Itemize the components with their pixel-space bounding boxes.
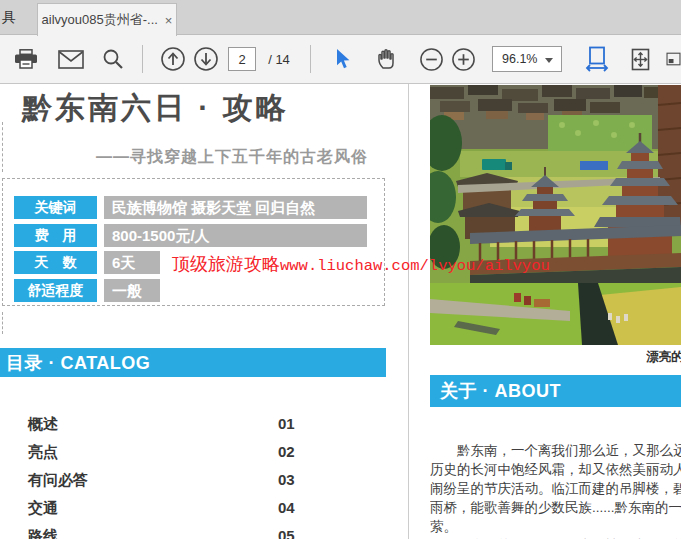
fit-page-button[interactable] — [626, 35, 654, 83]
hand-tool-button[interactable] — [373, 35, 401, 83]
column-divider — [408, 84, 409, 539]
info-value: 800-1500元/人 — [104, 224, 367, 247]
about-line: 萦。 — [430, 517, 681, 536]
print-icon — [14, 49, 38, 69]
zoom-level-dropdown[interactable]: 96.1% — [490, 35, 564, 83]
dashed-border-fragment — [2, 312, 3, 334]
document-page: 黔东南六日 · 攻略 ——寻找穿越上下五千年的古老风俗 关键词 民族博物馆 摄影… — [0, 84, 681, 539]
page-up-icon — [160, 46, 186, 72]
toolbar-divider — [310, 45, 311, 73]
about-line: 黔东南，一个离我们那么近，又那么远的地 — [430, 441, 681, 460]
page-count-label: / 14 — [268, 52, 290, 67]
page-number-group — [226, 35, 258, 83]
info-label: 舒适程度 — [14, 279, 97, 302]
toolbar: / 14 96.1% — [0, 35, 681, 84]
tools-button[interactable]: 具 — [2, 9, 16, 27]
list-item: 有问必答 — [28, 471, 88, 490]
info-value: 一般 — [104, 279, 160, 302]
about-line: 闹纷呈的节庆活动。临江而建的吊脚楼，碧绿清 — [430, 479, 681, 498]
list-item-page: 04 — [278, 499, 295, 516]
tab-title: ailvyou085贵州省-... — [42, 11, 158, 29]
tab-close-icon[interactable]: × — [165, 13, 173, 28]
search-icon — [102, 48, 124, 70]
about-line: 历史的长河中饱经风霜，却又依然美丽动人，令 — [430, 460, 681, 479]
about-header-label: 关于 · ABOUT — [440, 379, 561, 403]
page-count-group: / 14 — [262, 35, 296, 83]
zoom-in-icon — [451, 47, 476, 72]
page-subtitle: ——寻找穿越上下五千年的古老风俗 — [96, 147, 368, 168]
list-item: 概述 — [28, 415, 58, 434]
fit-width-icon — [585, 46, 609, 72]
email-icon — [58, 50, 84, 69]
info-value: 6天 — [104, 251, 160, 274]
list-item-page: 05 — [278, 527, 295, 539]
next-page-button[interactable] — [192, 35, 220, 83]
info-value: 民族博物馆 摄影天堂 回归自然 — [104, 196, 367, 219]
zoom-out-icon — [419, 47, 444, 72]
list-item: 亮点 — [28, 443, 58, 462]
select-tool-icon — [333, 48, 351, 70]
list-item-page: 02 — [278, 443, 295, 460]
email-button[interactable] — [56, 35, 86, 83]
select-tool-button[interactable] — [328, 35, 356, 83]
about-line: 雨桥，能歌善舞的少数民族......黔东南的一切无不 — [430, 498, 681, 517]
find-button[interactable] — [100, 35, 126, 83]
watermark-text: 顶级旅游攻略 — [172, 254, 280, 274]
fit-width-button[interactable] — [582, 35, 612, 83]
list-item-page: 01 — [278, 415, 295, 432]
print-button[interactable] — [12, 35, 40, 83]
catalog-header-banner: 目录 · CATALOG — [0, 348, 386, 377]
village-photo-illustration — [430, 85, 681, 345]
zoom-out-button[interactable] — [417, 35, 445, 83]
pdf-viewer-window: 具 ailvyou085贵州省-... × — [0, 0, 681, 539]
list-item: 路线 — [28, 527, 58, 539]
info-label: 关键词 — [14, 196, 97, 219]
list-item: 交通 — [28, 499, 58, 518]
page-down-icon — [193, 46, 219, 72]
toolbar-divider — [142, 45, 143, 73]
about-paragraph: 黔东南，一个离我们那么近，又那么远的地 历史的长河中饱经风霜，却又依然美丽动人，… — [430, 441, 681, 539]
previous-page-button[interactable] — [159, 35, 187, 83]
chevron-down-icon — [545, 58, 553, 63]
dashed-border-fragment — [2, 122, 3, 172]
tab-bar: 具 ailvyou085贵州省-... × — [0, 0, 681, 35]
document-tab[interactable]: ailvyou085贵州省-... × — [37, 3, 177, 36]
list-item-page: 03 — [278, 471, 295, 488]
catalog-header-label: 目录 · CATALOG — [6, 351, 150, 375]
view-mode-icon — [666, 48, 681, 70]
zoom-in-button[interactable] — [449, 35, 477, 83]
zoom-level-box[interactable]: 96.1% — [492, 46, 562, 72]
info-label: 费 用 — [14, 224, 97, 247]
watermark: 顶级旅游攻略www.liuchaw.com/lvyou/ailvyou — [172, 252, 550, 276]
photo-caption: 漂亮的 — [646, 349, 681, 365]
watermark-url: www.liuchaw.com/lvyou/ailvyou — [280, 257, 550, 275]
about-header-banner: 关于 · ABOUT — [430, 375, 681, 407]
zoom-level-value: 96.1% — [502, 52, 537, 66]
page-number-input[interactable] — [228, 47, 256, 71]
view-mode-button[interactable] — [666, 35, 681, 83]
fit-page-icon — [631, 48, 650, 71]
info-label: 天 数 — [14, 251, 97, 274]
village-photo — [430, 85, 681, 345]
page-title: 黔东南六日 · 攻略 — [22, 88, 289, 129]
hand-tool-icon — [375, 47, 399, 71]
